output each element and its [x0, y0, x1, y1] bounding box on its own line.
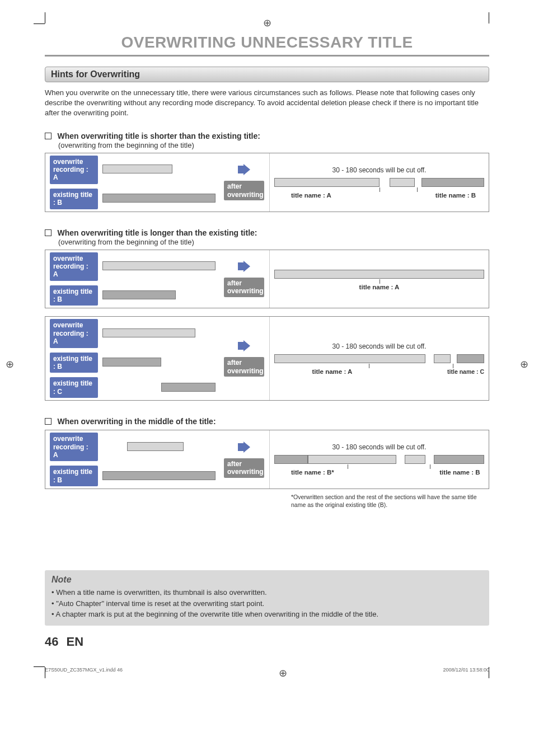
label-overwrite-a: overwrite recording : A: [50, 319, 98, 348]
section-heading: Hints for Overwriting: [45, 67, 489, 82]
caption-title-c: title name : C: [447, 368, 484, 375]
arrow-right-icon: [238, 442, 250, 455]
caption-title-b: title name : B: [435, 192, 476, 199]
note-item: "Auto Chapter" interval time is reset at…: [51, 598, 483, 609]
svg-marker-2: [238, 340, 250, 351]
cutoff-text: 30 - 180 seconds will be cut off.: [274, 342, 484, 350]
cutoff-text: 30 - 180 seconds will be cut off.: [274, 166, 484, 174]
label-after-overwriting: after overwriting: [224, 458, 264, 478]
page-title: OVERWRITING UNNECESSARY TITLE: [45, 34, 489, 57]
footnote-text: *Overwritten section and the rest of the…: [291, 494, 489, 509]
page-number: 46EN: [45, 635, 489, 649]
note-item: When a title name is overwritten, its th…: [51, 587, 483, 598]
diagram-middle: overwrite recording : A existing title :…: [45, 430, 489, 489]
caption-title-b: title name : B: [439, 469, 480, 476]
label-after-overwriting: after overwriting: [224, 181, 264, 200]
arrow-right-icon: [238, 261, 250, 274]
svg-marker-1: [238, 261, 250, 272]
svg-marker-3: [238, 442, 250, 453]
checkbox-icon: [45, 133, 51, 139]
caption-title-a: title name : A: [312, 368, 353, 375]
label-existing-b: existing title : B: [50, 189, 98, 209]
label-existing-c: existing title : C: [50, 377, 98, 398]
footer-date: 2008/12/01 13:58:00: [443, 667, 489, 679]
diagram-shorter: overwrite recording : A existing title :…: [45, 153, 489, 212]
caption-title-b-star: title name : B*: [291, 469, 334, 476]
note-box: Note When a title name is overwritten, i…: [45, 570, 489, 626]
note-title: Note: [51, 575, 483, 585]
diagram-longer-2: overwrite recording : A existing title :…: [45, 316, 489, 401]
label-overwrite-a: overwrite recording : A: [50, 433, 98, 461]
intro-text: When you overwrite on the unnecessary ti…: [45, 88, 489, 119]
label-after-overwriting: after overwriting: [224, 278, 264, 297]
arrow-right-icon: [238, 164, 250, 177]
label-existing-b: existing title : B: [50, 285, 98, 306]
label-existing-b: existing title : B: [50, 353, 98, 373]
case-heading-longer: When overwriting title is longer than th…: [45, 228, 489, 246]
svg-marker-0: [238, 164, 250, 175]
case-heading-shorter: When overwriting title is shorter than t…: [45, 131, 489, 149]
caption-title-a: title name : A: [359, 284, 400, 290]
caption-title-a: title name : A: [291, 192, 331, 199]
label-overwrite-a: overwrite recording : A: [50, 156, 98, 184]
case-heading-middle: When overwriting in the middle of the ti…: [45, 416, 489, 426]
checkbox-icon: [45, 229, 51, 236]
registration-mark-icon: ⊕: [279, 667, 287, 679]
label-overwrite-a: overwrite recording : A: [50, 252, 98, 281]
registration-mark-icon: ⊕: [45, 17, 489, 29]
checkbox-icon: [45, 418, 51, 425]
diagram-longer-1: overwrite recording : A existing title :…: [45, 250, 489, 309]
note-item: A chapter mark is put at the beginning o…: [51, 609, 483, 620]
footer-file: E7S50UD_ZC357MGX_v1.indd 46: [45, 667, 123, 679]
label-existing-b: existing title : B: [50, 466, 98, 486]
label-after-overwriting: after overwriting: [224, 357, 264, 377]
arrow-right-icon: [238, 340, 250, 354]
cutoff-text: 30 - 180 seconds will be cut off.: [274, 443, 484, 451]
